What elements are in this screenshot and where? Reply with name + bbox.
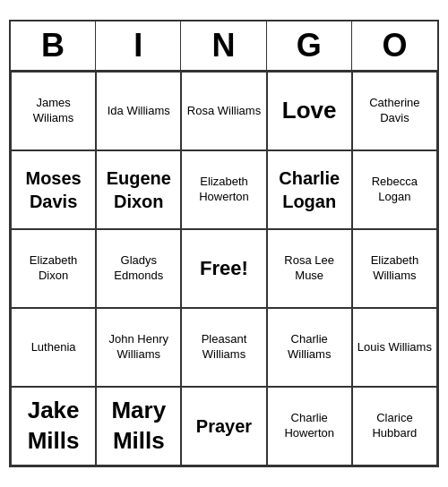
bingo-cell: Elizabeth Howerton xyxy=(181,150,266,229)
bingo-cell: Mary Mills xyxy=(96,387,181,466)
bingo-cell: Eugene Dixon xyxy=(96,150,181,229)
bingo-cell: Clarice Hubbard xyxy=(352,387,437,466)
bingo-cell: James Wiliams xyxy=(11,72,96,150)
bingo-cell: Rosa Williams xyxy=(181,72,266,150)
bingo-cell: Jake Mills xyxy=(11,387,96,466)
bingo-cell: Moses Davis xyxy=(11,150,96,229)
bingo-cell: Charlie Howerton xyxy=(267,387,352,466)
bingo-cell: Prayer xyxy=(181,387,266,466)
bingo-cell: Pleasant Williams xyxy=(181,308,266,387)
bingo-cell: John Henry Williams xyxy=(96,308,181,387)
bingo-cell: Charlie Williams xyxy=(267,308,352,387)
bingo-cell: Free! xyxy=(181,229,266,308)
bingo-cell: Charlie Logan xyxy=(267,150,352,229)
bingo-header: BINGO xyxy=(11,21,437,72)
bingo-cell: Louis Williams xyxy=(352,308,437,387)
header-letter: G xyxy=(267,21,352,70)
bingo-cell: Elizabeth Dixon xyxy=(11,229,96,308)
bingo-card: BINGO James WiliamsIda WilliamsRosa Will… xyxy=(9,20,439,467)
header-letter: O xyxy=(352,21,437,70)
header-letter: N xyxy=(181,21,266,70)
bingo-cell: Elizabeth Williams xyxy=(352,229,437,308)
bingo-cell: Love xyxy=(267,72,352,150)
header-letter: I xyxy=(96,21,181,70)
header-letter: B xyxy=(11,21,96,70)
bingo-cell: Rosa Lee Muse xyxy=(267,229,352,308)
bingo-cell: Rebecca Logan xyxy=(352,150,437,229)
bingo-cell: Ida Williams xyxy=(96,72,181,150)
bingo-cell: Luthenia xyxy=(11,308,96,387)
bingo-grid: James WiliamsIda WilliamsRosa WilliamsLo… xyxy=(11,72,437,466)
bingo-cell: Gladys Edmonds xyxy=(96,229,181,308)
bingo-cell: Catherine Davis xyxy=(352,72,437,150)
